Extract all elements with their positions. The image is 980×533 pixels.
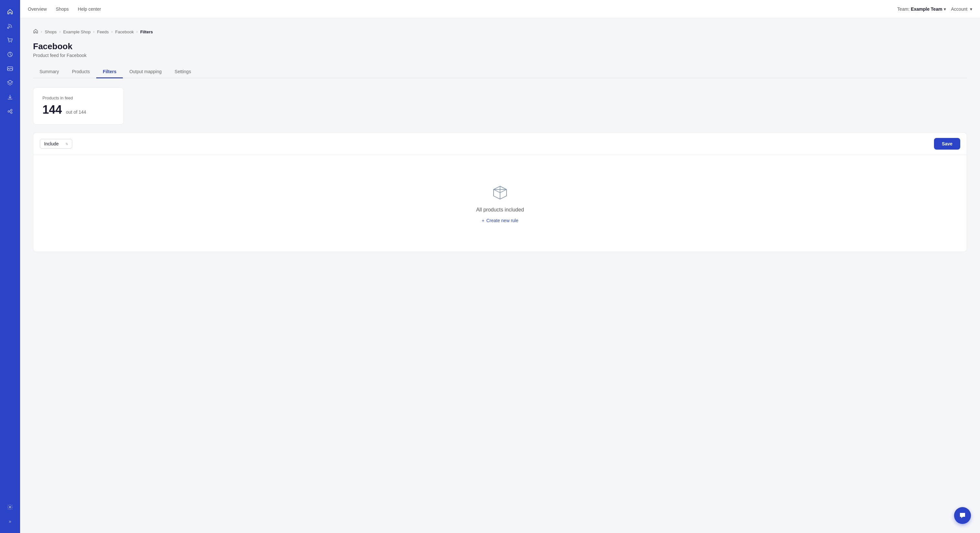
team-label: Team: Example Team ▾ (897, 6, 946, 12)
shops-link[interactable]: Shops (56, 5, 69, 13)
stat-label: Products in feed (43, 95, 115, 100)
topnav-links: Overview Shops Help center (28, 5, 101, 13)
tab-output-mapping[interactable]: Output mapping (123, 66, 168, 78)
feed-icon[interactable] (3, 19, 16, 32)
integrations-icon[interactable] (3, 105, 16, 118)
breadcrumb-shops[interactable]: Shops (45, 30, 57, 34)
products-in-feed-card: Products in feed 144 out of 144 (33, 87, 124, 125)
box-icon (491, 184, 509, 202)
sidebar: » (0, 0, 20, 533)
chat-button[interactable] (954, 507, 971, 524)
breadcrumb-sep-1: › (59, 30, 60, 34)
page-title: Facebook (33, 41, 967, 51)
save-button[interactable]: Save (934, 138, 960, 150)
breadcrumb-home-icon[interactable] (33, 29, 38, 35)
image-icon[interactable] (3, 62, 16, 75)
svg-point-7 (11, 112, 12, 114)
breadcrumb-filters: Filters (140, 30, 153, 34)
stat-out-of: out of 144 (66, 109, 86, 115)
stat-value: 144 (43, 103, 62, 116)
analytics-icon[interactable] (3, 48, 16, 61)
svg-point-0 (8, 27, 9, 29)
plus-icon: + (482, 218, 484, 223)
account-button[interactable]: Account ▾ (951, 6, 972, 12)
include-dropdown[interactable]: Include ⇅ (40, 139, 72, 149)
tab-summary[interactable]: Summary (33, 66, 65, 78)
topnav: Overview Shops Help center Team: Example… (20, 0, 980, 18)
main-content: › Shops › Example Shop › Feeds › Faceboo… (20, 18, 980, 533)
filter-content: All products included + Create new rule (33, 155, 967, 252)
settings-icon[interactable] (3, 501, 16, 514)
tab-products[interactable]: Products (65, 66, 96, 78)
breadcrumb: › Shops › Example Shop › Feeds › Faceboo… (33, 29, 967, 35)
include-dropdown-chevron: ⇅ (65, 142, 68, 146)
tab-settings[interactable]: Settings (168, 66, 198, 78)
filter-bar: Include ⇅ Save (33, 132, 967, 155)
download-icon[interactable] (3, 90, 16, 104)
svg-point-2 (11, 42, 12, 43)
breadcrumb-feeds[interactable]: Feeds (97, 30, 108, 34)
tab-filters[interactable]: Filters (96, 66, 123, 78)
home-icon[interactable] (3, 5, 16, 18)
breadcrumb-sep-0: › (41, 30, 42, 34)
topnav-right: Team: Example Team ▾ Account ▾ (897, 6, 972, 12)
svg-point-6 (11, 109, 12, 111)
tabs: Summary Products Filters Output mapping … (33, 66, 967, 78)
cart-icon[interactable] (3, 34, 16, 47)
filter-section: Include ⇅ Save All products included + C… (33, 132, 967, 252)
svg-point-5 (8, 111, 10, 113)
expand-sidebar-button[interactable]: » (3, 515, 16, 528)
help-center-link[interactable]: Help center (78, 5, 101, 13)
breadcrumb-sep-4: › (137, 30, 138, 34)
all-included-text: All products included (476, 207, 524, 213)
layers-icon[interactable] (3, 76, 16, 89)
create-new-rule-button[interactable]: + Create new rule (482, 218, 518, 223)
breadcrumb-sep-2: › (93, 30, 94, 34)
breadcrumb-facebook[interactable]: Facebook (115, 30, 134, 34)
svg-point-8 (10, 506, 11, 508)
overview-link[interactable]: Overview (28, 5, 47, 13)
breadcrumb-sep-3: › (111, 30, 113, 34)
svg-point-1 (9, 42, 10, 43)
page-subtitle: Product feed for Facebook (33, 53, 967, 58)
breadcrumb-example-shop[interactable]: Example Shop (63, 30, 91, 34)
